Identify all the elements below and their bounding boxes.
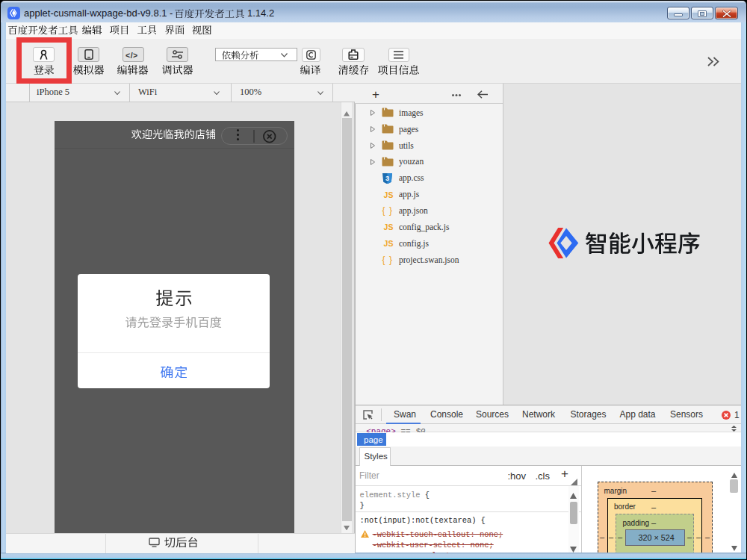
svg-text:3: 3 — [385, 175, 389, 182]
